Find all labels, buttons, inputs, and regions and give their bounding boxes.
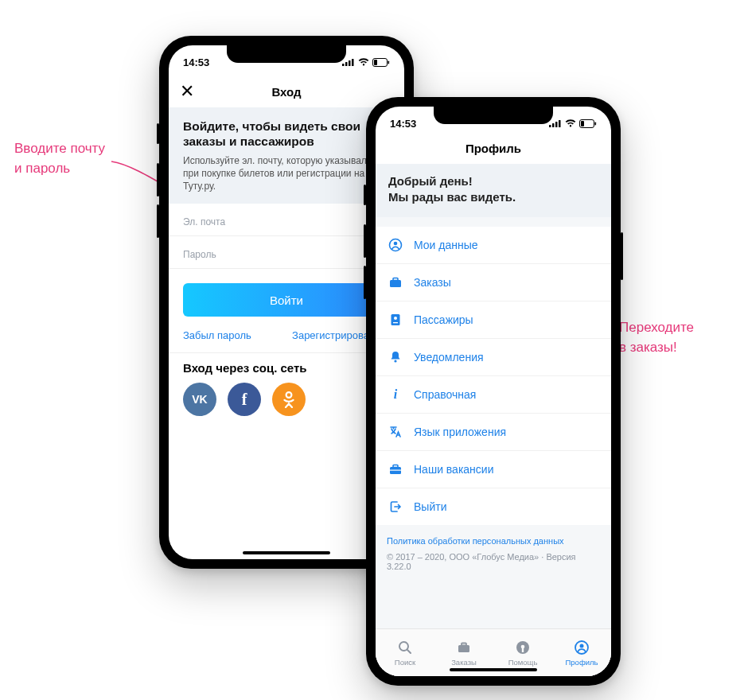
svg-rect-8 xyxy=(549,125,551,127)
svg-rect-3 xyxy=(352,59,354,66)
facebook-icon: f xyxy=(242,391,247,409)
screen-profile: 14:53 Профиль Добрый день! Мы рады вас в… xyxy=(376,107,611,676)
menu-logout-label: Выйти xyxy=(414,500,446,513)
menu-language[interactable]: Язык приложения xyxy=(376,414,611,451)
svg-rect-31 xyxy=(522,648,524,652)
tab-orders-label: Заказы xyxy=(451,658,477,667)
menu-notifications[interactable]: Уведомления xyxy=(376,339,611,376)
annotation-right-line2: в заказы! xyxy=(619,338,694,358)
signal-icon xyxy=(549,119,562,127)
svg-rect-21 xyxy=(393,322,398,323)
svg-point-33 xyxy=(580,644,584,648)
svg-rect-28 xyxy=(462,644,466,646)
wifi-icon xyxy=(358,58,369,66)
tab-help-label: Помощь xyxy=(508,658,538,667)
annotation-right-line1: Переходите xyxy=(619,318,694,338)
menu-notifications-label: Уведомления xyxy=(414,351,484,364)
menu-orders-label: Заказы xyxy=(414,276,451,289)
svg-rect-9 xyxy=(552,123,555,127)
login-button-label: Войти xyxy=(270,294,303,307)
tab-profile[interactable]: Профиль xyxy=(552,629,611,676)
profile-menu: Мои данные Заказы Пассажиры Уведомления … xyxy=(376,227,611,525)
svg-point-7 xyxy=(286,392,292,398)
privacy-link[interactable]: Политика обработки персональных данных xyxy=(376,525,611,549)
notch xyxy=(227,45,346,63)
svg-rect-1 xyxy=(345,62,348,66)
home-indicator[interactable] xyxy=(450,668,537,671)
tab-search[interactable]: Поиск xyxy=(376,629,434,676)
svg-point-22 xyxy=(394,360,396,362)
password-label: Пароль xyxy=(183,249,390,260)
menu-passengers-label: Пассажиры xyxy=(414,313,473,326)
home-indicator[interactable] xyxy=(243,551,330,554)
svg-rect-18 xyxy=(393,278,398,280)
annotation-left: Вводите почту и пароль xyxy=(14,139,105,178)
menu-my-data-label: Мои данные xyxy=(414,239,478,251)
orders-icon xyxy=(455,639,473,656)
svg-point-16 xyxy=(394,241,398,245)
profile-icon xyxy=(573,639,590,656)
login-button[interactable]: Войти xyxy=(183,283,390,317)
battery-icon xyxy=(372,58,390,67)
login-heading: Войдите, чтобы видеть свои заказы и пасс… xyxy=(183,119,390,150)
annotation-left-line1: Вводите почту xyxy=(14,139,105,159)
login-description: Используйте эл. почту, которую указывали… xyxy=(183,154,390,193)
svg-rect-13 xyxy=(595,122,597,125)
search-icon xyxy=(396,639,414,656)
battery-icon xyxy=(579,119,597,128)
close-icon[interactable]: ✕ xyxy=(180,81,194,102)
info-icon: i xyxy=(388,387,403,402)
logout-icon xyxy=(388,500,403,514)
menu-passengers[interactable]: Пассажиры xyxy=(376,301,611,339)
svg-rect-0 xyxy=(342,64,345,66)
status-time: 14:53 xyxy=(183,56,209,68)
menu-my-data[interactable]: Мои данные xyxy=(376,227,611,264)
ok-button[interactable] xyxy=(272,383,306,416)
bell-icon xyxy=(388,350,403,364)
menu-help-label: Справочная xyxy=(414,388,476,401)
svg-rect-10 xyxy=(555,122,558,127)
status-right xyxy=(342,58,390,67)
status-time: 14:53 xyxy=(390,118,416,130)
help-icon xyxy=(514,639,532,656)
greeting-line1: Добрый день! xyxy=(388,173,598,189)
annotation-right: Переходите в заказы! xyxy=(619,318,694,357)
wifi-icon xyxy=(565,119,576,127)
person-icon xyxy=(388,238,403,252)
greeting: Добрый день! Мы рады вас видеть. xyxy=(376,164,611,217)
svg-rect-6 xyxy=(374,60,377,65)
menu-language-label: Язык приложения xyxy=(414,426,506,438)
nav-bar-profile: Профиль xyxy=(376,137,611,164)
menu-vacancies-label: Наши вакансии xyxy=(414,463,494,476)
menu-vacancies[interactable]: Наши вакансии xyxy=(376,451,611,488)
nav-bar-login: ✕ Вход xyxy=(169,76,404,107)
signal-icon xyxy=(342,58,355,66)
svg-rect-25 xyxy=(393,465,398,467)
language-icon xyxy=(388,425,403,439)
svg-rect-11 xyxy=(559,120,561,127)
menu-orders[interactable]: Заказы xyxy=(376,264,611,301)
passport-icon xyxy=(388,313,403,327)
menu-logout[interactable]: Выйти xyxy=(376,488,611,525)
briefcase-icon xyxy=(388,275,403,290)
menu-help[interactable]: i Справочная xyxy=(376,376,611,414)
status-right xyxy=(549,119,597,128)
copyright: © 2017 – 2020, ООО «Глобус Медиа» · Верс… xyxy=(376,549,611,579)
vk-button[interactable]: VK xyxy=(183,383,216,416)
nav-title-profile: Профиль xyxy=(465,142,521,155)
phone-profile: 14:53 Профиль Добрый день! Мы рады вас в… xyxy=(366,97,621,686)
notch xyxy=(434,107,553,124)
ok-icon xyxy=(282,391,296,408)
vk-icon: VK xyxy=(192,393,207,406)
svg-rect-24 xyxy=(390,469,401,470)
jobs-icon xyxy=(388,462,403,476)
facebook-button[interactable]: f xyxy=(228,383,261,416)
svg-rect-5 xyxy=(388,60,390,64)
svg-rect-14 xyxy=(581,121,584,126)
svg-rect-17 xyxy=(390,280,401,287)
svg-rect-2 xyxy=(349,60,351,66)
forgot-link[interactable]: Забыл пароль xyxy=(183,329,251,341)
tab-profile-label: Профиль xyxy=(565,658,598,667)
svg-point-20 xyxy=(394,317,397,320)
nav-title-login: Вход xyxy=(271,85,301,99)
